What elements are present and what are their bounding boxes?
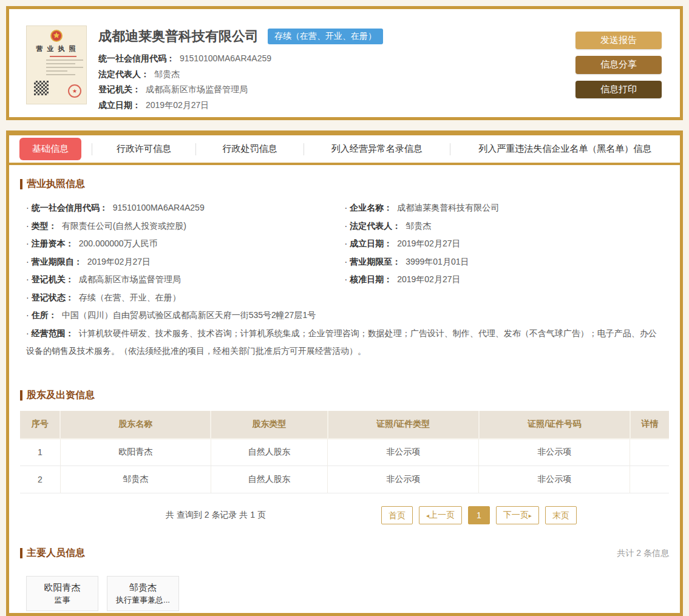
column-header-shareholder-type: 股东类型: [211, 411, 327, 439]
license-text-line: [46, 59, 83, 61]
license-credit-code-line: [50, 56, 76, 57]
cell-certificate-type: 非公示项: [328, 439, 479, 466]
field-value: 邹贵杰: [406, 217, 431, 235]
company-header-card: 营 业 执 照 ★ 成都迪莱奥普科技有限公司 存续（在营、开业、在册） 统一社会…: [6, 6, 683, 120]
pagination: 首页 ◂上一页 1 下一页▸ 末页: [381, 506, 583, 524]
license-fields-left: ·统一社会信用代码：91510100MA6AR4A259 ·类型：有限责任公司(…: [26, 199, 345, 306]
last-page-button[interactable]: 末页: [545, 506, 577, 524]
field-label: 统一社会信用代码：: [32, 199, 108, 217]
current-page-button[interactable]: 1: [468, 506, 490, 524]
field-value: 存续（在营、开业、在册）: [79, 289, 181, 307]
registration-status-badge: 存续（在营、开业、在册）: [268, 29, 383, 44]
next-arrow-icon: ▸: [529, 512, 532, 519]
field-value: 计算机软硬件研发、技术服务、技术咨询；计算机系统集成；企业管理咨询；数据处理；广…: [26, 328, 657, 356]
field-value: 91510100MA6AR4A259: [180, 53, 271, 63]
license-image-title: 营 业 执 照: [33, 44, 80, 53]
section-bar-icon: [20, 179, 22, 189]
cell-index: 2: [20, 466, 60, 493]
company-name: 成都迪莱奥普科技有限公司: [98, 27, 259, 46]
person-role: 监事: [55, 594, 70, 606]
cell-index: 1: [20, 439, 60, 466]
column-header-index: 序号: [20, 411, 60, 439]
bullet: ·: [345, 253, 348, 271]
section-title-text: 股东及出资信息: [27, 389, 95, 402]
personnel-section-title: 主要人员信息: [20, 547, 85, 560]
column-header-certificate-number: 证照/证件号码: [479, 411, 630, 439]
bullet: ·: [345, 217, 348, 235]
field-value: 成都迪莱奥普科技有限公司: [397, 199, 499, 217]
person-card[interactable]: 欧阳青杰 监事: [26, 576, 98, 611]
field-value: 中国（四川）自由贸易试验区成都高新区天府一街535号2幢27层1号: [62, 310, 316, 320]
field-label: 类型：: [32, 217, 57, 235]
license-info-fields: ·统一社会信用代码：91510100MA6AR4A259 ·类型：有限责任公司(…: [20, 191, 669, 360]
term-start-row: ·营业期限自：2019年02月27日: [26, 253, 345, 271]
field-value: 邹贵杰: [154, 69, 180, 79]
bullet: ·: [26, 328, 29, 338]
field-label: 登记机关：: [98, 84, 141, 94]
table-row: 1 欧阳青杰 自然人股东 非公示项 非公示项: [20, 439, 669, 466]
pagination-row: 共 查询到 2 条记录 共 1 页 首页 ◂上一页 1 下一页▸ 末页: [20, 507, 669, 524]
bullet: ·: [26, 271, 29, 289]
license-text-line: [46, 67, 83, 68]
share-info-button[interactable]: 信息分享: [575, 56, 662, 73]
company-name-row: ·企业名称：成都迪莱奥普科技有限公司: [345, 199, 664, 217]
license-text-line: [46, 70, 67, 72]
field-value: 200.000000万人民币: [79, 235, 158, 253]
cell-certificate-number: 非公示项: [479, 439, 630, 466]
field-label: 营业期限至：: [350, 253, 401, 271]
section-bar-icon: [20, 390, 22, 401]
field-label: 住所：: [32, 310, 57, 320]
approval-date-row: ·核准日期：2019年02月27日: [345, 271, 664, 289]
license-text-line: [46, 74, 75, 75]
field-label: 法定代表人：: [98, 69, 149, 79]
company-type-row: ·类型：有限责任公司(自然人投资或控股): [26, 217, 345, 235]
record-summary: 共 查询到 2 条记录 共 1 页: [166, 510, 266, 521]
legal-representative-field: 法定代表人：邹贵杰: [98, 67, 575, 83]
field-label: 成立日期：: [98, 100, 141, 110]
field-label: 经营范围：: [32, 328, 74, 338]
cell-certificate-type: 非公示项: [328, 466, 479, 493]
national-emblem-icon: [50, 30, 63, 43]
person-card[interactable]: 邹贵杰 执行董事兼总...: [107, 576, 179, 611]
license-text-line: [46, 63, 75, 64]
table-row: 2 邹贵杰 自然人股东 非公示项 非公示项: [20, 466, 669, 493]
registered-capital-row: ·注册资本：200.000000万人民币: [26, 235, 345, 253]
bullet: ·: [26, 199, 29, 217]
tab-blacklist[interactable]: 列入严重违法失信企业名单（黑名单）信息: [478, 143, 651, 155]
bullet: ·: [26, 310, 29, 320]
bullet: ·: [345, 271, 348, 289]
column-header-shareholder-name: 股东名称: [60, 411, 211, 439]
field-label: 法定代表人：: [350, 217, 401, 235]
field-value: 2019年02月27日: [397, 271, 460, 289]
tab-administrative-license[interactable]: 行政许可信息: [117, 143, 171, 155]
prev-page-button[interactable]: ◂上一页: [419, 506, 462, 524]
field-value: 3999年01月01日: [406, 253, 469, 271]
table-header-row: 序号 股东名称 股东类型 证照/证件类型 证照/证件号码 详情: [20, 411, 669, 439]
field-label: 登记状态：: [32, 289, 74, 307]
credit-code-row: ·统一社会信用代码：91510100MA6AR4A259: [26, 199, 345, 217]
send-report-button[interactable]: 发送报告: [575, 32, 662, 49]
license-fields-right: ·企业名称：成都迪莱奥普科技有限公司 ·法定代表人：邹贵杰 ·成立日期：2019…: [345, 199, 664, 306]
tab-administrative-penalty[interactable]: 行政处罚信息: [222, 143, 277, 155]
bullet: ·: [26, 289, 29, 307]
field-value: 2019年02月27日: [397, 235, 460, 253]
print-info-button[interactable]: 信息打印: [575, 81, 662, 98]
legal-representative-row: ·法定代表人：邹贵杰: [345, 217, 664, 235]
person-name: 欧阳青杰: [44, 581, 81, 594]
bullet: ·: [345, 235, 348, 253]
first-page-button[interactable]: 首页: [381, 506, 413, 524]
personnel-count: 共计 2 条信息: [617, 548, 669, 559]
section-title-text: 主要人员信息: [27, 547, 85, 560]
next-page-button[interactable]: 下一页▸: [496, 506, 539, 524]
section-bar-icon: [20, 548, 22, 558]
tab-abnormal-operations[interactable]: 列入经营异常名录信息: [331, 143, 423, 155]
field-value: 91510100MA6AR4A259: [113, 199, 205, 217]
cell-detail: [630, 466, 669, 493]
column-header-certificate-type: 证照/证件类型: [328, 411, 479, 439]
field-value: 成都高新区市场监督管理局: [79, 271, 181, 289]
bullet: ·: [26, 253, 29, 271]
field-value: 有限责任公司(自然人投资或控股): [62, 217, 186, 235]
tab-basic-info[interactable]: 基础信息: [19, 138, 81, 160]
qr-code: [34, 81, 49, 95]
field-label: 核准日期：: [350, 271, 392, 289]
